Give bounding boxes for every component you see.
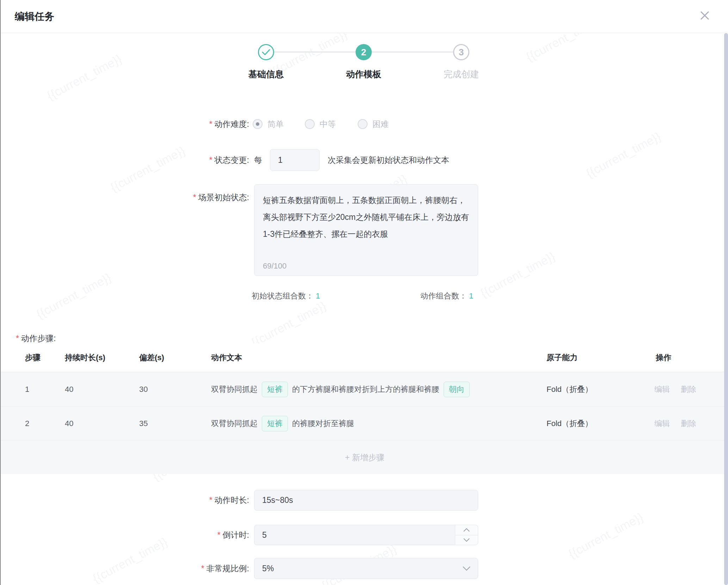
duration-input[interactable]: 15s~80s	[254, 490, 478, 511]
col-deviation: 偏差(s)	[139, 344, 164, 372]
step-3-label: 完成创建	[419, 68, 504, 80]
add-step-button[interactable]: + 新增步骤	[1, 441, 728, 474]
unusual-ratio-label: *非常规比例:	[1, 558, 249, 579]
watermark-text: {{current_time}}	[45, 52, 124, 103]
radio-difficulty-easy[interactable]: 简单	[253, 115, 284, 133]
action-text-fragment: 双臂协同抓起	[211, 384, 258, 395]
step-3-indicator: 3	[453, 44, 469, 60]
radio-label: 中等	[320, 119, 336, 130]
object-tag: 朝向	[444, 382, 470, 397]
radio-icon	[305, 119, 315, 129]
countdown-input[interactable]: 5	[254, 525, 478, 545]
increase-button[interactable]	[455, 525, 478, 535]
col-duration: 持续时长(s)	[65, 344, 105, 372]
stepper-connector-2	[372, 51, 453, 53]
chevron-down-icon	[462, 558, 471, 579]
radio-selected-icon	[253, 119, 263, 129]
cell-action-text: 双臂协同抓起短裤的裤腰对折至裤腿	[211, 407, 354, 441]
step-3-number: 3	[459, 47, 464, 58]
delete-link[interactable]: 删除	[681, 372, 696, 407]
delete-link[interactable]: 删除	[681, 407, 696, 441]
required-mark: *	[209, 119, 212, 129]
difficulty-row: *动作难度: 简单 中等 困难	[1, 115, 728, 133]
decrease-button[interactable]	[455, 535, 478, 545]
duration-label: *动作时长:	[1, 490, 249, 511]
state-change-prefix: 每	[254, 149, 262, 171]
step-2-label: 动作模板	[321, 68, 406, 80]
action-steps-label: *动作步骤:	[16, 331, 56, 345]
step-2-number: 2	[361, 47, 366, 58]
close-icon[interactable]	[697, 8, 712, 23]
cell-step: 1	[25, 372, 29, 407]
initial-state-text: 短裤五条数据背面朝上，五条数据正面朝上，裤腰朝右，离头部视野下方至少20cm之外…	[263, 196, 469, 239]
radio-difficulty-hard[interactable]: 困难	[358, 115, 389, 133]
check-icon	[262, 49, 270, 55]
object-tag: 短裤	[262, 382, 288, 397]
step-1-label: 基础信息	[224, 68, 308, 80]
countdown-value: 5	[262, 525, 267, 545]
required-mark: *	[217, 530, 221, 540]
radio-label: 简单	[267, 119, 284, 130]
table-row: 1 40 30 双臂协同抓起短裤的下方裤腿和裤腰对折到上方的裤腿和裤腰朝向 Fo…	[1, 372, 728, 407]
cell-deviation: 35	[139, 407, 148, 441]
required-mark: *	[209, 495, 212, 505]
edit-task-dialog: {{current_time}}{{current_time}}{{curren…	[0, 0, 728, 585]
char-counter: 69/100	[263, 261, 286, 271]
step-1-indicator	[258, 44, 274, 60]
action-combo-value: 1	[469, 291, 473, 300]
number-spinner	[455, 525, 478, 545]
countdown-row: *倒计时: 5	[1, 525, 728, 545]
difficulty-label: *动作难度:	[1, 115, 249, 133]
action-combo-count: 动作组合数：1	[420, 290, 473, 302]
radio-label: 困难	[372, 119, 389, 130]
cell-step: 2	[25, 407, 29, 441]
state-change-label: *状态变更:	[1, 149, 249, 171]
state-change-input[interactable]: 1	[270, 149, 320, 171]
col-ability: 原子能力	[547, 344, 578, 372]
col-operations: 操作	[656, 344, 671, 372]
action-text-fragment: 的裤腰对折至裤腿	[292, 418, 354, 429]
required-mark: *	[16, 334, 19, 343]
cell-action-text: 双臂协同抓起短裤的下方裤腿和裤腰对折到上方的裤腿和裤腰朝向	[211, 372, 470, 407]
initial-state-label: *场景初始状态:	[1, 192, 249, 203]
state-change-value: 1	[278, 155, 283, 165]
countdown-label: *倒计时:	[1, 525, 249, 545]
state-change-suffix: 次采集会更新初始状态和动作文本	[328, 149, 449, 171]
dialog-title: 编辑任务	[15, 10, 54, 24]
initial-combo-count: 初始状态组合数：1	[252, 290, 320, 302]
cell-ability: Fold（折叠）	[547, 407, 593, 441]
initial-combo-value: 1	[316, 291, 320, 300]
edit-link[interactable]: 编辑	[654, 372, 670, 407]
steps-table-body: 1 40 30 双臂协同抓起短裤的下方裤腿和裤腰对折到上方的裤腿和裤腰朝向 Fo…	[1, 372, 728, 474]
unusual-ratio-row: *非常规比例: 5%	[1, 558, 728, 579]
action-text-fragment: 的下方裤腿和裤腰对折到上方的裤腿和裤腰	[292, 384, 439, 395]
chevron-down-icon	[463, 538, 470, 542]
cell-duration: 40	[65, 407, 73, 441]
step-2-indicator: 2	[356, 44, 372, 60]
duration-row: *动作时长: 15s~80s	[1, 490, 728, 511]
action-text-fragment: 双臂协同抓起	[211, 418, 258, 429]
table-row: 2 40 35 双臂协同抓起短裤的裤腰对折至裤腿 Fold（折叠） 编辑 删除	[1, 407, 728, 441]
state-change-row: *状态变更: 每 1 次采集会更新初始状态和动作文本	[1, 149, 728, 171]
cell-deviation: 30	[139, 372, 148, 407]
required-mark: *	[209, 155, 212, 165]
cell-ability: Fold（折叠）	[547, 372, 593, 407]
edit-link[interactable]: 编辑	[654, 407, 670, 441]
radio-difficulty-medium[interactable]: 中等	[305, 115, 336, 133]
cell-duration: 40	[65, 372, 73, 407]
scrollbar-thumb[interactable]	[724, 33, 728, 585]
duration-value: 15s~80s	[262, 490, 293, 510]
initial-state-textarea[interactable]: 短裤五条数据背面朝上，五条数据正面朝上，裤腰朝右，离头部视野下方至少20cm之外…	[254, 184, 478, 276]
combo-counts-row: 初始状态组合数：1 动作组合数：1	[1, 290, 728, 302]
col-step: 步骤	[25, 344, 41, 372]
stepper-connector-1	[274, 51, 356, 53]
unusual-ratio-value: 5%	[262, 558, 274, 579]
unusual-ratio-select[interactable]: 5%	[254, 558, 478, 579]
action-steps-label-row: *动作步骤:	[1, 331, 728, 345]
dialog-header: 编辑任务	[1, 0, 728, 33]
steps-table-header: 步骤 持续时长(s) 偏差(s) 动作文本 原子能力 操作	[1, 344, 728, 372]
required-mark: *	[201, 564, 204, 573]
radio-icon	[358, 119, 368, 129]
chevron-up-icon	[463, 528, 470, 532]
initial-state-row: *场景初始状态: 短裤五条数据背面朝上，五条数据正面朝上，裤腰朝右，离头部视野下…	[1, 184, 728, 276]
